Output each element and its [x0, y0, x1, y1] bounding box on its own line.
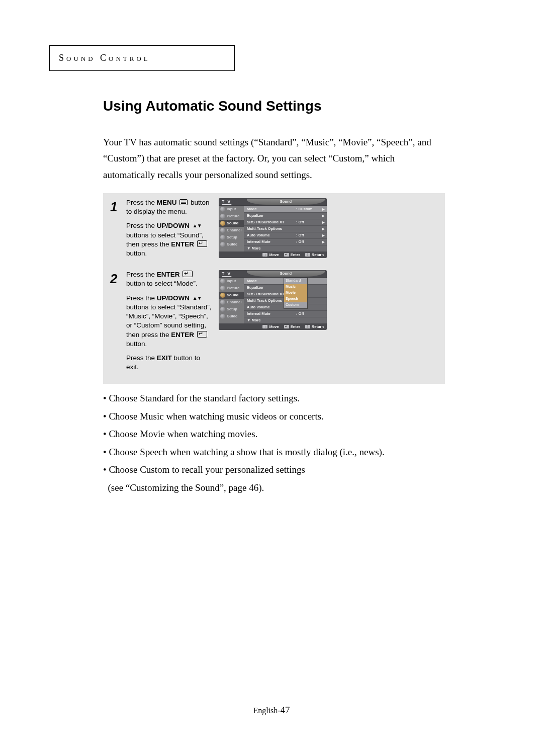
menu-icon [179, 199, 188, 205]
page-footer: English-47 [0, 705, 543, 716]
section-header: Sound Control [59, 53, 150, 63]
enter-icon [183, 271, 193, 277]
step-number: 1 [110, 198, 120, 263]
footer-lang: English- [253, 706, 280, 715]
content: Using Automatic Sound Settings Your TV h… [103, 98, 445, 498]
bullet-list: • Choose Standard for the standard facto… [103, 391, 445, 495]
footer-page: 47 [281, 705, 290, 715]
steps-block: 1 Press the MENU button to display the m… [103, 193, 445, 384]
up-down-icon: ▲▼ [193, 222, 202, 229]
step-number: 2 [110, 270, 120, 377]
bullet: • Choose Movie when watching movies. [103, 427, 445, 441]
page-title: Using Automatic Sound Settings [103, 98, 445, 114]
manual-page: Sound Control Using Automatic Sound Sett… [0, 0, 543, 756]
bullet: • Choose Music when watching music video… [103, 409, 445, 424]
up-down-icon: ▲▼ [193, 295, 202, 302]
osd-tv-label: T V [219, 200, 247, 204]
osd-list: Mode: Custom▶ Equalizer▶ SRS TruSurround… [244, 206, 327, 251]
step-text: Press the MENU button to display the men… [126, 198, 213, 263]
mode-popup: Standard Music Movie Speech Custom [284, 278, 308, 309]
osd-footer: ↕Move ↵Enter ≡Return [219, 251, 327, 258]
bullet: (see “Customizing the Sound”, page 46). [103, 480, 445, 495]
step-text: Press the ENTER button to select “Mode”.… [126, 270, 213, 377]
osd-preview-1: T V Sound Input Picture Sound Channel Se… [219, 198, 438, 263]
bullet: • Choose Standard for the standard facto… [103, 391, 445, 405]
osd-footer: ↕Move ↵Enter ≡Return [219, 323, 327, 330]
osd-preview-2: T V Sound Input Picture Sound Channel Se… [219, 270, 438, 377]
osd-sidebar: Input Picture Sound Channel Setup Guide [219, 278, 244, 323]
osd-tv-label: T V [219, 272, 247, 276]
section-header-box: Sound Control [49, 45, 235, 71]
enter-icon [197, 240, 207, 247]
step-2: 2 Press the ENTER button to select “Mode… [110, 270, 438, 377]
osd-sidebar: Input Picture Sound Channel Setup Guide [219, 206, 244, 251]
osd-tab: Sound [247, 271, 325, 277]
bullet: • Choose Custom to recall your personali… [103, 462, 445, 477]
step-1: 1 Press the MENU button to display the m… [110, 198, 438, 263]
intro-paragraph: Your TV has automatic sound settings (“S… [103, 134, 445, 183]
osd-tab: Sound [247, 199, 325, 205]
enter-icon [197, 331, 207, 338]
bullet: • Choose Speech when watching a show tha… [103, 445, 445, 459]
